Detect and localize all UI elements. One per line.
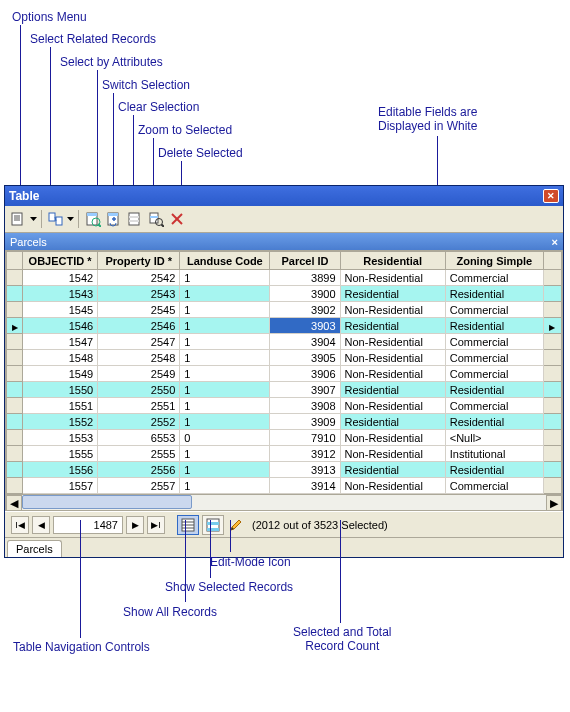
col-objectid[interactable]: OBJECTID *: [23, 252, 98, 270]
table-row[interactable]: 1557255713914Non-ResidentialCommercial: [7, 478, 562, 494]
cell[interactable]: 1548: [23, 350, 98, 366]
row-header[interactable]: [7, 414, 23, 430]
row-header[interactable]: [7, 478, 23, 494]
cell[interactable]: 1543: [23, 286, 98, 302]
cell[interactable]: 1: [180, 478, 270, 494]
col-overflow[interactable]: [543, 252, 561, 270]
scroll-track[interactable]: [22, 495, 546, 510]
cell[interactable]: 0: [180, 430, 270, 446]
table-row[interactable]: 1546254613903ResidentialResidential: [7, 318, 562, 334]
cell[interactable]: 1: [180, 270, 270, 286]
delete-selected-button[interactable]: [167, 209, 187, 229]
cell[interactable]: 1545: [23, 302, 98, 318]
clear-selection-button[interactable]: [125, 209, 145, 229]
table-row[interactable]: 1551255113908Non-ResidentialCommercial: [7, 398, 562, 414]
cell[interactable]: Residential: [340, 414, 445, 430]
cell[interactable]: 1: [180, 398, 270, 414]
cell[interactable]: 1542: [23, 270, 98, 286]
table-row[interactable]: 1556255613913ResidentialResidential: [7, 462, 562, 478]
cell[interactable]: 2557: [98, 478, 180, 494]
cell[interactable]: 2547: [98, 334, 180, 350]
cell[interactable]: Residential: [445, 382, 543, 398]
cell[interactable]: 1: [180, 318, 270, 334]
col-parcelid[interactable]: Parcel ID: [270, 252, 340, 270]
cell[interactable]: 2549: [98, 366, 180, 382]
cell[interactable]: Non-Residential: [340, 446, 445, 462]
table-row[interactable]: 1555255513912Non-ResidentialInstitutiona…: [7, 446, 562, 462]
cell[interactable]: Non-Residential: [340, 430, 445, 446]
cell[interactable]: Commercial: [445, 478, 543, 494]
cell[interactable]: 1552: [23, 414, 98, 430]
table-row[interactable]: 1542254213899Non-ResidentialCommercial: [7, 270, 562, 286]
col-residential[interactable]: Residential: [340, 252, 445, 270]
table-row[interactable]: 1550255013907ResidentialResidential: [7, 382, 562, 398]
row-header[interactable]: [7, 446, 23, 462]
cell[interactable]: Commercial: [445, 398, 543, 414]
row-header[interactable]: [7, 302, 23, 318]
row-header[interactable]: [7, 430, 23, 446]
cell[interactable]: 1: [180, 334, 270, 350]
cell[interactable]: 3905: [270, 350, 340, 366]
cell[interactable]: 1555: [23, 446, 98, 462]
cell[interactable]: Residential: [445, 286, 543, 302]
col-zoning[interactable]: Zoning Simple: [445, 252, 543, 270]
select-by-attributes-button[interactable]: [83, 209, 103, 229]
cell[interactable]: Commercial: [445, 302, 543, 318]
cell[interactable]: 1: [180, 366, 270, 382]
cell[interactable]: Institutional: [445, 446, 543, 462]
table-row[interactable]: 1543254313900ResidentialResidential: [7, 286, 562, 302]
cell[interactable]: 1557: [23, 478, 98, 494]
cell[interactable]: Non-Residential: [340, 398, 445, 414]
cell[interactable]: Residential: [340, 462, 445, 478]
cell[interactable]: 2546: [98, 318, 180, 334]
cell[interactable]: Residential: [340, 318, 445, 334]
table-row[interactable]: 1553655307910Non-Residential<Null>: [7, 430, 562, 446]
cell[interactable]: 1547: [23, 334, 98, 350]
cell[interactable]: 6553: [98, 430, 180, 446]
cell[interactable]: Residential: [340, 382, 445, 398]
scroll-right-arrow[interactable]: ▶: [546, 495, 562, 511]
close-button[interactable]: ✕: [543, 189, 559, 203]
cell[interactable]: Non-Residential: [340, 366, 445, 382]
cell[interactable]: Commercial: [445, 366, 543, 382]
row-header[interactable]: [7, 350, 23, 366]
row-header[interactable]: [7, 398, 23, 414]
cell[interactable]: 1551: [23, 398, 98, 414]
cell[interactable]: Commercial: [445, 350, 543, 366]
cell[interactable]: 3909: [270, 414, 340, 430]
col-landuse[interactable]: Landuse Code: [180, 252, 270, 270]
cell[interactable]: 2542: [98, 270, 180, 286]
cell[interactable]: 1: [180, 286, 270, 302]
row-header[interactable]: [7, 334, 23, 350]
cell[interactable]: Residential: [340, 286, 445, 302]
nav-prev[interactable]: ◀: [32, 516, 50, 534]
cell[interactable]: 3906: [270, 366, 340, 382]
nav-first[interactable]: I◀: [11, 516, 29, 534]
nav-last[interactable]: ▶I: [147, 516, 165, 534]
cell[interactable]: 1: [180, 414, 270, 430]
table-row[interactable]: 1548254813905Non-ResidentialCommercial: [7, 350, 562, 366]
cell[interactable]: Non-Residential: [340, 350, 445, 366]
cell[interactable]: 3913: [270, 462, 340, 478]
cell[interactable]: Non-Residential: [340, 478, 445, 494]
cell[interactable]: 3902: [270, 302, 340, 318]
cell[interactable]: 3904: [270, 334, 340, 350]
show-all-button[interactable]: [177, 515, 199, 535]
cell[interactable]: 2556: [98, 462, 180, 478]
cell[interactable]: Non-Residential: [340, 270, 445, 286]
cell[interactable]: 2550: [98, 382, 180, 398]
cell[interactable]: 1: [180, 302, 270, 318]
cell[interactable]: 2543: [98, 286, 180, 302]
options-menu-button[interactable]: [9, 209, 29, 229]
cell[interactable]: 3907: [270, 382, 340, 398]
row-header[interactable]: [7, 318, 23, 334]
cell[interactable]: 1: [180, 382, 270, 398]
cell[interactable]: 2551: [98, 398, 180, 414]
cell[interactable]: 3903: [270, 318, 340, 334]
record-input[interactable]: [53, 516, 123, 534]
cell[interactable]: 1: [180, 350, 270, 366]
cell[interactable]: Residential: [445, 462, 543, 478]
switch-selection-button[interactable]: [104, 209, 124, 229]
cell[interactable]: 3914: [270, 478, 340, 494]
table-row[interactable]: 1545254513902Non-ResidentialCommercial: [7, 302, 562, 318]
